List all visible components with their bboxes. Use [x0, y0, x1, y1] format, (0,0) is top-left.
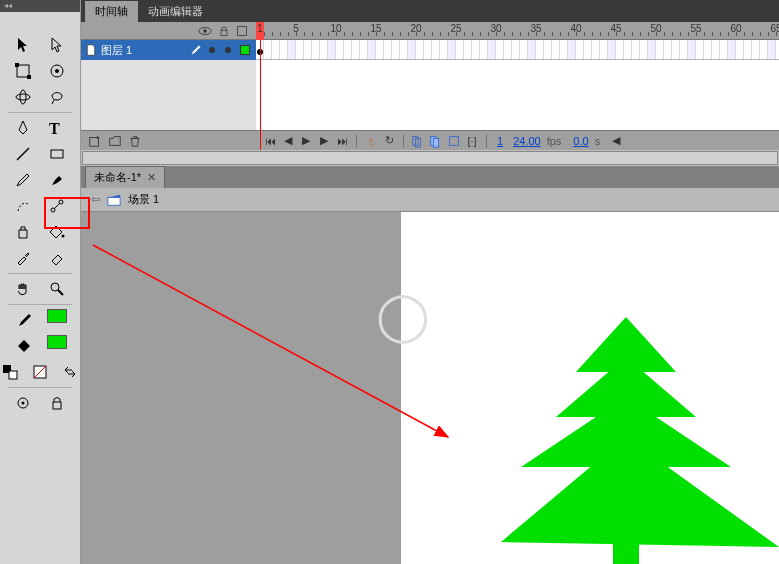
lock-dot[interactable] — [225, 47, 231, 53]
layer-buttons — [81, 133, 256, 149]
next-frame-button[interactable]: ▶ — [316, 133, 332, 149]
svg-point-5 — [16, 94, 30, 100]
layer-row[interactable]: 图层 1 — [81, 40, 256, 60]
hand-tool[interactable] — [11, 278, 35, 300]
stage-wrap: ◯ — [81, 212, 779, 564]
pen-tool[interactable] — [11, 117, 35, 139]
deco-tool[interactable] — [11, 195, 35, 217]
option-lock-fill-tool[interactable] — [45, 392, 69, 414]
svg-point-6 — [20, 90, 26, 104]
tab-anim-editor[interactable]: 动画编辑器 — [138, 1, 213, 22]
fill-color-swatch[interactable] — [47, 335, 67, 349]
svg-rect-21 — [53, 402, 61, 409]
edit-multiple-button[interactable] — [446, 133, 462, 149]
svg-line-14 — [58, 290, 63, 295]
free-transform-tool[interactable] — [11, 60, 35, 82]
stroke-color-swatch[interactable] — [47, 309, 67, 323]
new-layer-button[interactable] — [87, 133, 103, 149]
pencil-active-icon — [190, 44, 202, 56]
3d-rotation-tool[interactable] — [11, 86, 35, 108]
no-color-tool[interactable] — [30, 361, 50, 383]
layer-name: 图层 1 — [101, 43, 186, 58]
svg-rect-24 — [221, 30, 227, 35]
current-frame[interactable]: 1 — [497, 135, 503, 147]
frames-area[interactable] — [256, 40, 779, 130]
lock-icon[interactable] — [218, 24, 230, 38]
line-tool[interactable] — [11, 143, 35, 165]
fill-color-bucket-icon — [13, 335, 37, 357]
svg-point-4 — [55, 69, 59, 73]
svg-point-20 — [22, 402, 25, 405]
svg-line-39 — [93, 245, 448, 437]
playhead-line — [260, 40, 261, 150]
onion-skin-button[interactable] — [410, 133, 426, 149]
time-label: s — [595, 135, 601, 147]
tool-palette: ◂◂ T — [0, 0, 81, 564]
back-arrow-icon[interactable]: ⇦ — [91, 193, 100, 206]
rectangle-tool[interactable] — [45, 143, 69, 165]
delete-layer-button[interactable] — [127, 133, 143, 149]
paint-bucket-tool[interactable] — [45, 221, 69, 243]
scroll-left-button[interactable]: ◀ — [608, 133, 624, 149]
ink-bottle-tool[interactable] — [11, 221, 35, 243]
svg-rect-8 — [51, 150, 63, 158]
tools-header: ◂◂ — [0, 0, 80, 12]
svg-rect-32 — [108, 197, 120, 205]
new-folder-button[interactable] — [107, 133, 123, 149]
gradient-transform-tool[interactable] — [45, 60, 69, 82]
first-frame-button[interactable]: ⏮ — [262, 133, 278, 149]
fps-label: fps — [547, 135, 562, 147]
eraser-tool[interactable] — [45, 247, 69, 269]
center-frame-button[interactable]: ↕ — [363, 133, 379, 149]
text-tool[interactable]: T — [45, 117, 69, 139]
modify-markers-button[interactable]: [·] — [464, 133, 480, 149]
svg-point-13 — [51, 283, 59, 291]
svg-rect-37 — [613, 467, 639, 564]
timeline-footer: ⏮ ◀ ▶ ▶ ⏭ ↕ ↻ [·] 1 24.00 fps 0.0 s ◀ — [81, 130, 779, 150]
layers-area: 图层 1 — [81, 40, 779, 130]
loop-button[interactable]: ↻ — [381, 133, 397, 149]
brush-tool[interactable] — [45, 169, 69, 191]
scene-clapper-icon — [106, 193, 122, 207]
svg-point-12 — [62, 235, 65, 238]
last-frame-button[interactable]: ⏭ — [334, 133, 350, 149]
document-tab-label: 未命名-1* — [94, 170, 141, 185]
prev-frame-button[interactable]: ◀ — [280, 133, 296, 149]
pencil-tool[interactable] — [11, 169, 35, 191]
svg-rect-25 — [238, 26, 247, 35]
pasteboard[interactable]: ◯ — [81, 212, 779, 564]
visibility-dot[interactable] — [209, 47, 215, 53]
outline-icon[interactable] — [236, 25, 248, 37]
eyedropper-tool[interactable] — [11, 247, 35, 269]
layers-list: 图层 1 — [81, 40, 256, 130]
document-tabs: 未命名-1* ✕ — [81, 166, 779, 188]
subselection-tool[interactable] — [45, 34, 69, 56]
selection-tool[interactable] — [11, 34, 35, 56]
outline-square[interactable] — [240, 45, 250, 55]
layer-col-headers — [81, 22, 256, 39]
svg-rect-30 — [433, 138, 438, 147]
timeline-scrollbar[interactable] — [81, 150, 779, 166]
scene-name: 场景 1 — [128, 192, 159, 207]
tree-shape[interactable] — [501, 317, 779, 564]
play-button[interactable]: ▶ — [298, 133, 314, 149]
black-white-tool[interactable] — [0, 361, 20, 383]
fps-value[interactable]: 24.00 — [513, 135, 541, 147]
svg-rect-2 — [27, 75, 31, 79]
scene-bar: ⇦ 场景 1 — [81, 188, 779, 212]
timeline-ruler[interactable]: 15101520253035404550556065 — [256, 22, 779, 39]
onion-outline-button[interactable] — [428, 133, 444, 149]
bone-tool[interactable] — [45, 195, 69, 217]
option-snap-tool[interactable] — [11, 392, 35, 414]
swap-colors-tool[interactable] — [60, 361, 80, 383]
eye-icon[interactable] — [198, 24, 212, 38]
close-icon[interactable]: ✕ — [147, 171, 156, 184]
elapsed-time[interactable]: 0.0 — [573, 135, 588, 147]
zoom-tool[interactable] — [45, 278, 69, 300]
frame-row[interactable] — [256, 40, 779, 60]
lasso-tool[interactable] — [45, 86, 69, 108]
svg-rect-31 — [450, 136, 459, 145]
document-tab[interactable]: 未命名-1* ✕ — [85, 166, 165, 188]
svg-point-23 — [203, 29, 207, 33]
tab-timeline[interactable]: 时间轴 — [85, 1, 138, 22]
